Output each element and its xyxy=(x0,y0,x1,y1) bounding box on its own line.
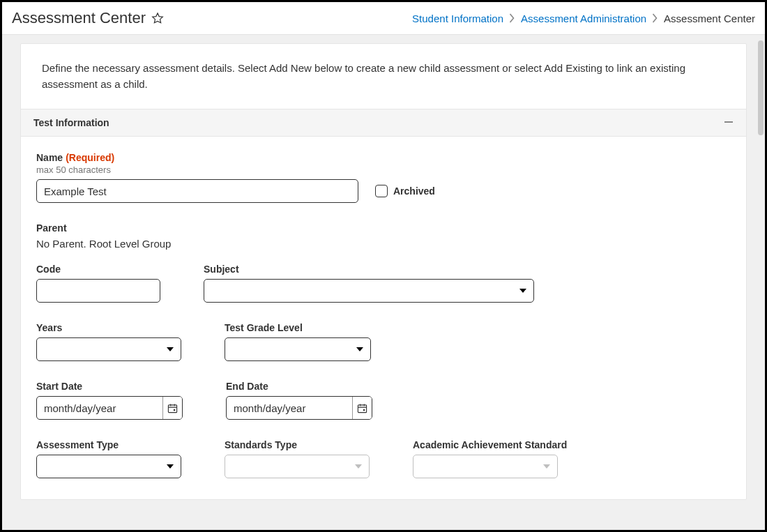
standards-type-select[interactable] xyxy=(225,455,370,478)
achievement-standard-select[interactable] xyxy=(413,455,558,478)
chevron-right-icon xyxy=(652,13,658,23)
breadcrumb-current: Assessment Center xyxy=(664,13,755,24)
years-label: Years xyxy=(36,322,181,333)
field-years: Years xyxy=(36,322,181,361)
scrollbar-thumb[interactable] xyxy=(758,40,764,135)
field-start-date: Start Date month/day/year xyxy=(36,381,183,420)
field-achievement-standard: Academic Achievement Standard xyxy=(413,439,567,478)
svg-rect-1 xyxy=(168,404,176,412)
section-header: Test Information xyxy=(21,109,746,137)
row-parent: Parent No Parent. Root Level Group xyxy=(36,222,731,250)
field-name: Name (Required) max 50 characters xyxy=(36,152,358,203)
topbar: Assessment Center Student Information As… xyxy=(2,2,765,35)
start-date-input[interactable]: month/day/year xyxy=(36,396,183,420)
section-title: Test Information xyxy=(33,117,109,128)
caret-down-icon xyxy=(543,464,550,469)
field-archived: Archived xyxy=(375,179,435,203)
code-label: Code xyxy=(36,264,160,275)
field-standards-type: Standards Type xyxy=(225,439,370,478)
row-name: Name (Required) max 50 characters Archiv… xyxy=(36,152,731,203)
topbar-left: Assessment Center xyxy=(12,9,164,27)
star-icon[interactable] xyxy=(151,12,164,24)
name-label-row: Name (Required) xyxy=(36,152,358,163)
content-area: Define the necessary assessment details.… xyxy=(2,35,765,530)
field-grade-level: Test Grade Level xyxy=(225,322,371,361)
row-dates: Start Date month/day/year End D xyxy=(36,381,731,420)
parent-value: No Parent. Root Level Group xyxy=(36,238,171,250)
svg-rect-3 xyxy=(358,404,366,412)
archived-label: Archived xyxy=(393,185,435,197)
end-date-label: End Date xyxy=(226,381,372,392)
calendar-icon[interactable] xyxy=(352,397,372,419)
archived-checkbox[interactable] xyxy=(375,185,388,197)
row-types: Assessment Type Standards Type xyxy=(36,439,731,478)
intro-text: Define the necessary assessment details.… xyxy=(21,44,746,109)
assessment-type-select[interactable] xyxy=(36,455,181,478)
caret-down-icon xyxy=(355,464,362,469)
code-input[interactable] xyxy=(36,279,160,303)
caret-down-icon xyxy=(167,464,174,469)
subject-label: Subject xyxy=(204,264,534,275)
start-date-label: Start Date xyxy=(36,381,183,392)
field-subject: Subject xyxy=(204,264,534,303)
assessment-type-label: Assessment Type xyxy=(36,439,181,450)
name-input[interactable] xyxy=(36,179,358,203)
field-end-date: End Date month/day/year xyxy=(226,381,372,420)
svg-rect-0 xyxy=(724,121,733,123)
row-code-subject: Code Subject xyxy=(36,264,731,303)
assessment-card: Define the necessary assessment details.… xyxy=(20,43,747,500)
minus-icon[interactable] xyxy=(724,116,734,129)
field-assessment-type: Assessment Type xyxy=(36,439,181,478)
start-date-placeholder: month/day/year xyxy=(37,397,162,419)
end-date-placeholder: month/day/year xyxy=(227,397,352,419)
years-select[interactable] xyxy=(36,337,181,361)
subject-select[interactable] xyxy=(204,279,534,303)
caret-down-icon xyxy=(519,289,526,293)
caret-down-icon xyxy=(167,347,174,351)
section-body: Name (Required) max 50 characters Archiv… xyxy=(21,137,746,499)
required-indicator: (Required) xyxy=(66,152,114,163)
row-years-grade: Years Test Grade Level xyxy=(36,322,731,361)
name-label: Name xyxy=(36,152,63,163)
breadcrumb-assessment-admin[interactable]: Assessment Administration xyxy=(521,13,646,24)
parent-label: Parent xyxy=(36,222,67,234)
svg-rect-4 xyxy=(363,409,365,410)
caret-down-icon xyxy=(356,347,363,351)
svg-rect-2 xyxy=(174,409,175,410)
chevron-right-icon xyxy=(509,13,515,23)
achievement-standard-label: Academic Achievement Standard xyxy=(413,439,567,450)
page-title: Assessment Center xyxy=(12,9,146,27)
standards-type-label: Standards Type xyxy=(225,439,370,450)
end-date-input[interactable]: month/day/year xyxy=(226,396,372,420)
grade-level-label: Test Grade Level xyxy=(225,322,371,333)
breadcrumb: Student Information Assessment Administr… xyxy=(412,13,755,24)
field-code: Code xyxy=(36,264,160,303)
name-hint: max 50 characters xyxy=(36,165,358,175)
breadcrumb-student-info[interactable]: Student Information xyxy=(412,13,503,24)
grade-level-select[interactable] xyxy=(225,337,371,361)
calendar-icon[interactable] xyxy=(162,397,182,419)
